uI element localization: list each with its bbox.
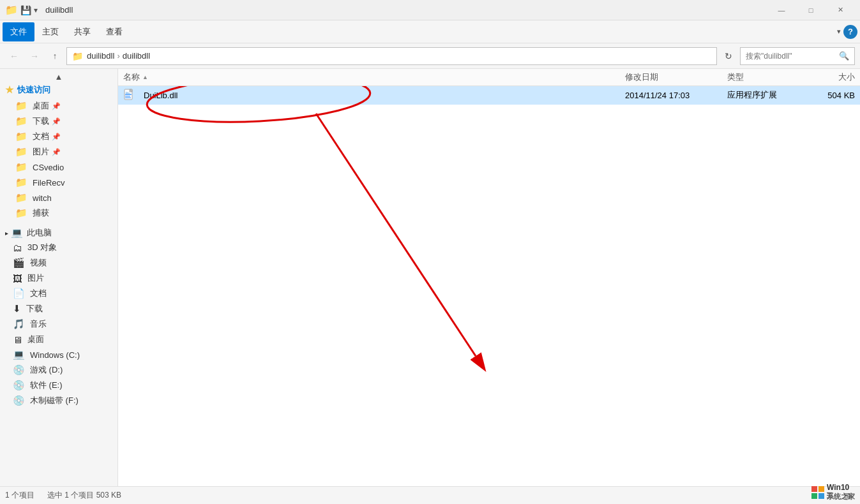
svg-rect-3 — [125, 96, 130, 97]
folder-icon-documents: 📁 — [15, 131, 27, 142]
status-total: 1 个项目 — [5, 490, 34, 501]
icon-3d: 🗂 — [13, 242, 22, 253]
sidebar-item-music[interactable]: 🎵 音乐 — [0, 316, 117, 332]
item-label: 桌面 — [27, 334, 44, 345]
item-label: Windows (C:) — [30, 350, 80, 360]
minimize-button[interactable]: — — [767, 0, 796, 20]
path-item-1[interactable]: duilibdll — [87, 51, 114, 61]
icon-downloads: ⬇ — [13, 303, 21, 315]
dropdown-arrow[interactable]: ▾ — [837, 27, 841, 36]
svg-rect-4 — [125, 98, 131, 99]
icon-pictures: 🖼 — [13, 273, 22, 284]
folder-icon-csvedio: 📁 — [15, 161, 27, 173]
annotation-svg — [118, 69, 860, 486]
item-label: 软件 (E:) — [30, 380, 63, 391]
col-header-date[interactable]: 修改日期 — [625, 71, 727, 83]
file-name-cell: DLL DuiLib.dll — [123, 89, 625, 101]
col-type-label: 类型 — [727, 72, 744, 82]
menu-view[interactable]: 查看 — [98, 22, 130, 41]
icon-c-drive: 💻 — [13, 349, 25, 360]
annotation-overlay — [118, 69, 860, 486]
scroll-up-button[interactable]: ▲ — [0, 71, 117, 82]
sidebar-item-label: FileRecv — [33, 178, 65, 188]
quick-access-header[interactable]: ★ 快速访问 — [0, 82, 117, 98]
star-icon: ★ — [5, 84, 13, 96]
sidebar-item-label: 捕获 — [33, 207, 49, 219]
folder-icon-witch: 📁 — [15, 192, 27, 204]
help-button[interactable]: ? — [843, 25, 857, 39]
sidebar: ▲ ★ 快速访问 📁 桌面 📌 📁 下载 📌 📁 文档 📌 — [0, 69, 118, 486]
folder-icon-pictures: 📁 — [15, 146, 27, 158]
col-name-label: 名称 — [123, 71, 140, 83]
sidebar-item-label: 文档 — [33, 131, 49, 142]
path-item-2[interactable]: duilibdll — [123, 51, 150, 61]
menu-bar: 文件 主页 共享 查看 ▾ ? — [0, 20, 860, 43]
col-header-name[interactable]: 名称 ▲ — [123, 71, 625, 83]
sidebar-item-documents[interactable]: 📄 文档 — [0, 286, 117, 301]
menu-file[interactable]: 文件 — [3, 22, 34, 41]
sidebar-item-label: CSvedio — [33, 163, 64, 172]
forward-button[interactable]: → — [26, 47, 43, 65]
sidebar-item-pictures-quick[interactable]: 📁 图片 📌 — [0, 144, 117, 159]
sidebar-item-documents-quick[interactable]: 📁 文档 📌 — [0, 129, 117, 144]
back-button[interactable]: ← — [5, 47, 23, 65]
sidebar-item-c-drive[interactable]: 💻 Windows (C:) — [0, 347, 117, 362]
quick-access-section: ★ 快速访问 📁 桌面 📌 📁 下载 📌 📁 文档 📌 📁 图片 — [0, 82, 117, 221]
menu-share[interactable]: 共享 — [66, 22, 98, 41]
menu-home[interactable]: 主页 — [34, 22, 66, 41]
sidebar-item-label: 下载 — [33, 115, 49, 127]
icon-e-drive: 💿 — [13, 380, 25, 391]
maximize-button[interactable]: □ — [796, 0, 826, 20]
window-controls: — □ ✕ — [767, 0, 855, 20]
sidebar-item-label: 桌面 — [33, 100, 49, 112]
icon-desktop: 🖥 — [13, 334, 22, 345]
sidebar-item-f-drive[interactable]: 💿 木制磁带 (F:) — [0, 393, 117, 408]
dll-file-icon: DLL — [123, 89, 136, 101]
sidebar-item-filerecv[interactable]: 📁 FileRecv — [0, 175, 117, 190]
icon-f-drive: 💿 — [13, 395, 25, 406]
win10-logo: Win10系统之家 — [811, 483, 855, 501]
sidebar-item-video[interactable]: 🎬 视频 — [0, 255, 117, 271]
col-header-type[interactable]: 类型 — [727, 71, 804, 83]
sidebar-item-witch[interactable]: 📁 witch — [0, 190, 117, 205]
title-bar: 📁 💾 ▾ duilibdll — □ ✕ — [0, 0, 860, 20]
file-name: DuiLib.dll — [144, 91, 177, 100]
this-pc-header[interactable]: ▸ 💻 此电脑 — [0, 223, 117, 240]
this-pc-section: ▸ 💻 此电脑 🗂 3D 对象 🎬 视频 🖼 图片 📄 文档 ⬇ — [0, 223, 117, 408]
item-label: 下载 — [26, 303, 43, 315]
refresh-button[interactable]: ↻ — [720, 47, 737, 65]
item-label: 游戏 (D:) — [30, 364, 63, 376]
sidebar-item-d-drive[interactable]: 💿 游戏 (D:) — [0, 362, 117, 378]
icon-d-drive: 💿 — [13, 364, 25, 376]
sidebar-item-csvedio[interactable]: 📁 CSvedio — [0, 159, 117, 175]
item-label: 视频 — [30, 257, 47, 269]
expand-arrow: ▸ — [5, 230, 8, 237]
col-header-size[interactable]: 大小 — [804, 71, 855, 83]
sidebar-item-pictures[interactable]: 🖼 图片 — [0, 271, 117, 286]
search-box[interactable]: 🔍 — [740, 47, 855, 65]
address-bar: ← → ↑ 📁 duilibdll › duilibdll ↻ 🔍 — [0, 43, 860, 69]
folder-icon-desktop: 📁 — [15, 100, 27, 112]
save-icon: 💾 — [20, 5, 31, 15]
sidebar-item-e-drive[interactable]: 💿 软件 (E:) — [0, 378, 117, 393]
sidebar-item-capture[interactable]: 📁 捕获 — [0, 205, 117, 221]
address-path[interactable]: 📁 duilibdll › duilibdll — [66, 47, 717, 65]
close-button[interactable]: ✕ — [826, 0, 855, 20]
pin-icon: 📌 — [52, 117, 61, 126]
svg-line-8 — [316, 114, 476, 356]
this-pc-label: 此电脑 — [27, 227, 52, 239]
status-bar: 1 个项目 选中 1 个项目 503 KB ☰ ⊞ Win10系统之家 — [0, 486, 860, 504]
up-button[interactable]: ↑ — [46, 47, 64, 65]
sidebar-item-label: witch — [33, 193, 52, 203]
file-row-duilib[interactable]: DLL DuiLib.dll 2014/11/24 17:03 应用程序扩展 5… — [118, 86, 860, 105]
down-icon: ▾ — [34, 6, 38, 15]
sidebar-item-desktop-quick[interactable]: 📁 桌面 📌 — [0, 98, 117, 114]
col-date-label: 修改日期 — [625, 71, 658, 83]
sidebar-item-3d[interactable]: 🗂 3D 对象 — [0, 240, 117, 255]
folder-icon-downloads: 📁 — [15, 115, 27, 127]
search-input[interactable] — [746, 52, 839, 61]
file-type-cell: 应用程序扩展 — [727, 89, 804, 101]
sidebar-item-downloads[interactable]: ⬇ 下载 — [0, 301, 117, 316]
sidebar-item-desktop[interactable]: 🖥 桌面 — [0, 332, 117, 347]
sidebar-item-downloads-quick[interactable]: 📁 下载 📌 — [0, 114, 117, 129]
